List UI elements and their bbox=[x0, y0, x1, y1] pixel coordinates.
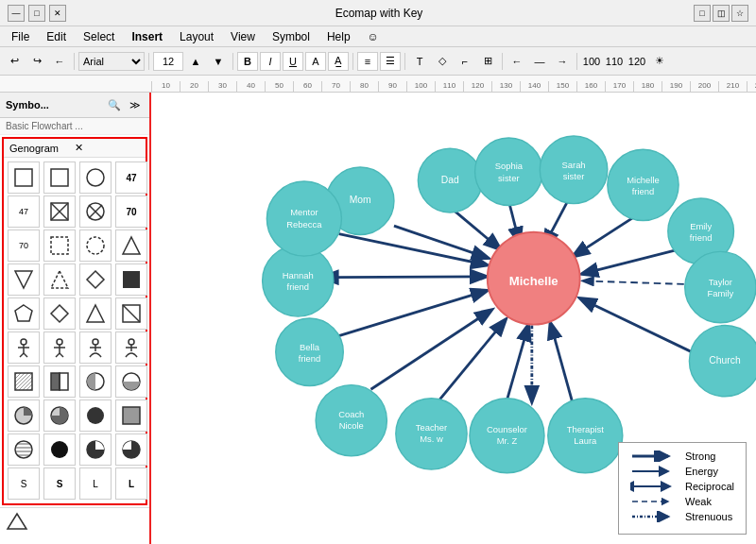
line-style[interactable]: — bbox=[529, 51, 550, 72]
symbol-x2[interactable] bbox=[115, 298, 147, 330]
symbol-circle[interactable] bbox=[79, 162, 112, 194]
node-bella[interactable] bbox=[276, 318, 344, 386]
sep5 bbox=[404, 53, 405, 70]
svg-rect-39 bbox=[60, 373, 68, 390]
symbol-number[interactable]: 47 bbox=[115, 162, 147, 194]
symbol-s1[interactable]: S bbox=[8, 468, 40, 500]
restore-button[interactable]: □ bbox=[28, 5, 45, 22]
redo-button[interactable]: ↪ bbox=[26, 51, 47, 72]
symbol-person4[interactable] bbox=[115, 332, 147, 364]
sep6 bbox=[502, 53, 503, 70]
symbol-pie3[interactable] bbox=[79, 434, 112, 466]
align-left-button[interactable]: ≡ bbox=[357, 52, 378, 71]
symbol-triangle-down[interactable] bbox=[115, 230, 147, 262]
symbol-square2[interactable] bbox=[43, 162, 76, 194]
symbol-triangle-down2[interactable] bbox=[8, 264, 40, 296]
minimize-button[interactable]: — bbox=[8, 5, 25, 22]
symbol-hatch4[interactable] bbox=[115, 366, 147, 398]
symbol-tri-outline[interactable] bbox=[43, 264, 76, 296]
genogram-header[interactable]: Genogram ✕ bbox=[4, 139, 146, 158]
node-sarah[interactable] bbox=[540, 136, 608, 204]
svg-point-34 bbox=[129, 339, 134, 345]
svg-rect-9 bbox=[51, 237, 68, 254]
undo-button[interactable]: ↩ bbox=[4, 51, 25, 72]
symbol-solid-circle2[interactable] bbox=[43, 434, 76, 466]
node-sophia[interactable] bbox=[475, 138, 543, 206]
collapse-icon[interactable]: ≫ bbox=[127, 96, 144, 113]
symbol-70[interactable]: 70 bbox=[115, 196, 147, 228]
search-icon[interactable]: 🔍 bbox=[106, 96, 123, 113]
canvas-area[interactable]: Michelle Mom Dad Sophia sister Sarah sis… bbox=[151, 93, 756, 544]
symbol-x-circle[interactable] bbox=[79, 196, 112, 228]
font-size-down[interactable]: ▼ bbox=[208, 51, 229, 72]
italic-button[interactable]: I bbox=[260, 52, 281, 71]
menu-layout[interactable]: Layout bbox=[172, 28, 221, 45]
connector-tool[interactable]: ⌐ bbox=[455, 51, 475, 72]
line-start[interactable]: ← bbox=[507, 51, 527, 72]
zoom-fit[interactable]: 120 bbox=[627, 51, 647, 72]
symbol-x-square[interactable] bbox=[43, 196, 76, 228]
back-button[interactable]: ← bbox=[49, 51, 70, 72]
svg-line-20 bbox=[123, 305, 140, 322]
node-taylor[interactable] bbox=[685, 251, 756, 322]
symbol-num70[interactable]: 70 bbox=[8, 230, 40, 262]
ruler-mark: 110 bbox=[435, 81, 463, 92]
highlight-button[interactable]: A̲ bbox=[328, 52, 349, 71]
symbol-person1[interactable] bbox=[8, 332, 40, 364]
menu-help[interactable]: Help bbox=[319, 28, 358, 45]
tb-btn2[interactable]: ◫ bbox=[713, 5, 730, 22]
zoom-in[interactable]: 100 bbox=[581, 51, 602, 72]
shape-tool[interactable]: ◇ bbox=[432, 51, 453, 72]
menu-view[interactable]: View bbox=[223, 28, 263, 45]
symbol-circle-hatch[interactable] bbox=[8, 434, 40, 466]
menu-insert[interactable]: Insert bbox=[124, 28, 170, 45]
close-button[interactable]: ✕ bbox=[49, 5, 66, 22]
menu-edit[interactable]: Edit bbox=[39, 28, 74, 45]
symbol-pentagon[interactable] bbox=[8, 298, 40, 330]
symbol-diamond2[interactable] bbox=[43, 298, 76, 330]
label-coach2: Nicole bbox=[339, 420, 364, 431]
symbol-l1[interactable]: L bbox=[79, 468, 112, 500]
font-size-up[interactable]: ▲ bbox=[185, 51, 206, 72]
symbol-person2[interactable] bbox=[43, 332, 76, 364]
align-center-button[interactable]: ☰ bbox=[380, 52, 401, 71]
symbol-s2[interactable]: S bbox=[43, 468, 76, 500]
legend-reciprocal: Reciprocal bbox=[630, 481, 734, 492]
symbol-diamond-outline[interactable] bbox=[79, 264, 112, 296]
menu-extra[interactable]: ☺ bbox=[360, 28, 387, 45]
symbol-triangle2[interactable] bbox=[79, 298, 112, 330]
symbol-person3[interactable] bbox=[79, 332, 112, 364]
symbol-hatch1[interactable] bbox=[8, 366, 40, 398]
node-michelle-friend[interactable] bbox=[608, 149, 679, 220]
tb-btn3[interactable]: ☆ bbox=[731, 5, 748, 22]
symbol-square[interactable] bbox=[8, 162, 40, 194]
zoom-out[interactable]: 110 bbox=[604, 51, 625, 72]
menu-select[interactable]: Select bbox=[76, 28, 122, 45]
font-size-input[interactable] bbox=[153, 52, 183, 71]
symbol-l2[interactable]: L bbox=[115, 468, 147, 500]
symbol-pie2[interactable] bbox=[43, 400, 76, 432]
symbol-hatch3[interactable] bbox=[79, 366, 112, 398]
symbol-square-pattern[interactable] bbox=[115, 400, 147, 432]
symbol-square-solid[interactable] bbox=[115, 264, 147, 296]
symbol-dotted-circle[interactable] bbox=[79, 230, 112, 262]
section-close-icon[interactable]: ✕ bbox=[75, 142, 140, 154]
sun-button[interactable]: ☀ bbox=[649, 51, 670, 72]
symbol-solid-circle[interactable] bbox=[79, 400, 112, 432]
menu-file[interactable]: File bbox=[4, 28, 37, 45]
menu-symbol[interactable]: Symbol bbox=[265, 28, 318, 45]
symbol-num47[interactable]: 47 bbox=[8, 196, 40, 228]
font-selector[interactable]: Arial bbox=[78, 52, 145, 71]
symbol-dotted-square[interactable] bbox=[43, 230, 76, 262]
more-tool[interactable]: ⊞ bbox=[477, 51, 498, 72]
label-counselor1: Counselor bbox=[487, 424, 527, 434]
tb-btn1[interactable]: □ bbox=[694, 5, 711, 22]
line-end[interactable]: → bbox=[552, 51, 573, 72]
symbol-pie1[interactable] bbox=[8, 400, 40, 432]
underline-button[interactable]: U bbox=[283, 52, 303, 71]
symbol-pie4[interactable] bbox=[115, 434, 147, 466]
symbol-hatch2[interactable] bbox=[43, 366, 76, 398]
font-color-button[interactable]: A bbox=[305, 52, 326, 71]
bold-button[interactable]: B bbox=[237, 52, 258, 71]
text-tool[interactable]: T bbox=[409, 51, 430, 72]
